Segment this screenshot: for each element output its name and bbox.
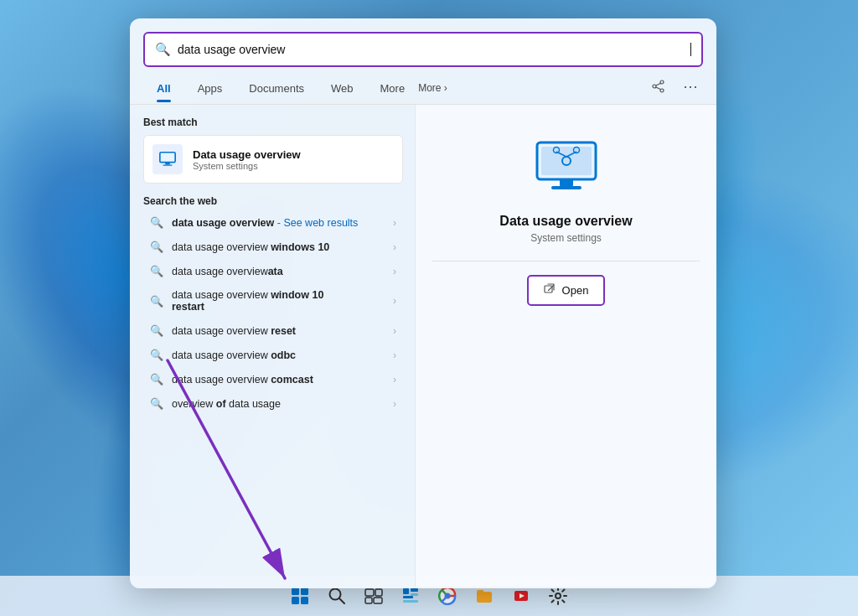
web-search-icon-7: 🔍 — [150, 373, 163, 386]
svg-rect-6 — [165, 163, 170, 165]
chevron-icon-7: › — [393, 374, 396, 386]
svg-rect-11 — [551, 186, 581, 189]
svg-rect-33 — [403, 596, 413, 598]
tab-all[interactable]: All — [143, 77, 184, 101]
svg-rect-21 — [301, 588, 308, 595]
web-item-3[interactable]: 🔍 data usage overviewata › — [143, 259, 403, 283]
svg-rect-9 — [541, 147, 592, 175]
web-text-6: data usage overview odbc — [172, 349, 385, 361]
search-box[interactable]: 🔍 data usage overview — [143, 32, 703, 67]
web-search-icon-4: 🔍 — [150, 295, 163, 308]
tab-web[interactable]: Web — [318, 77, 367, 101]
text-cursor — [690, 43, 691, 56]
left-panel: Best match Data usage overview System se… — [130, 105, 415, 587]
web-text-8: overview of data usage — [172, 398, 385, 410]
web-text-2: data usage overview windows 10 — [172, 241, 385, 253]
svg-point-0 — [660, 80, 664, 84]
svg-rect-31 — [411, 588, 418, 592]
web-section-label: Search the web — [143, 195, 403, 207]
search-panel: 🔍 data usage overview All Apps Documents… — [130, 18, 716, 588]
chevron-icon-8: › — [393, 398, 396, 410]
web-search-icon-3: 🔍 — [150, 265, 163, 277]
web-search-icon-1: 🔍 — [150, 216, 163, 229]
right-panel-title: Data usage overview — [499, 214, 632, 229]
svg-point-2 — [653, 85, 656, 88]
tab-more[interactable]: More — [367, 77, 419, 101]
web-search-icon-2: 🔍 — [150, 241, 163, 253]
best-match-subtitle: System settings — [193, 161, 301, 171]
chevron-icon-2: › — [393, 241, 396, 253]
tab-documents[interactable]: Documents — [235, 77, 318, 101]
web-item-7[interactable]: 🔍 data usage overview comcast › — [143, 367, 403, 391]
best-match-label: Best match — [143, 116, 403, 128]
chevron-icon-4: › — [393, 295, 396, 307]
web-item-6[interactable]: 🔍 data usage overview odbc › — [143, 343, 403, 367]
svg-line-3 — [656, 84, 660, 86]
web-search-icon-8: 🔍 — [150, 397, 163, 410]
more-tab-icon[interactable]: ⋯ — [678, 74, 703, 99]
svg-rect-5 — [160, 153, 175, 163]
svg-rect-34 — [403, 600, 418, 603]
svg-line-25 — [339, 598, 344, 603]
best-match-icon — [152, 144, 183, 174]
svg-rect-27 — [375, 589, 382, 596]
tab-apps[interactable]: Apps — [184, 77, 236, 101]
tab-more-chevron[interactable]: More › — [418, 77, 461, 101]
web-text-3: data usage overviewata — [172, 266, 385, 277]
web-item-4[interactable]: 🔍 data usage overview window 10restart › — [143, 283, 403, 318]
chevron-icon-6: › — [393, 349, 396, 361]
svg-rect-7 — [163, 164, 173, 165]
web-item-1[interactable]: 🔍 data usage overview - See web results … — [143, 210, 403, 235]
web-text-1: data usage overview - See web results — [172, 217, 385, 229]
svg-rect-17 — [545, 286, 552, 292]
search-box-area: 🔍 data usage overview — [130, 18, 716, 67]
web-item-2[interactable]: 🔍 data usage overview windows 10 › — [143, 235, 403, 259]
web-text-5: data usage overview reset — [172, 325, 385, 337]
share-tab-icon[interactable] — [646, 74, 671, 99]
svg-rect-28 — [365, 598, 372, 603]
svg-point-39 — [556, 593, 561, 598]
svg-rect-20 — [292, 588, 299, 595]
svg-rect-29 — [374, 598, 382, 603]
best-match-item[interactable]: Data usage overview System settings — [143, 135, 403, 184]
tab-right-icons: ⋯ — [646, 74, 703, 104]
svg-rect-26 — [365, 589, 374, 596]
web-item-5[interactable]: 🔍 data usage overview reset › — [143, 318, 403, 343]
open-button-label: Open — [562, 284, 589, 297]
right-panel: Data usage overview System settings Open — [415, 105, 716, 587]
svg-rect-10 — [560, 179, 573, 186]
svg-rect-23 — [301, 597, 308, 604]
web-search-icon-6: 🔍 — [150, 349, 163, 361]
result-icon — [533, 138, 600, 200]
svg-rect-30 — [403, 588, 409, 594]
open-icon — [544, 283, 556, 298]
svg-point-1 — [660, 89, 664, 92]
chevron-icon-1: › — [393, 217, 396, 229]
search-icon: 🔍 — [155, 42, 171, 57]
svg-line-4 — [656, 87, 660, 90]
svg-rect-32 — [411, 593, 418, 596]
open-button[interactable]: Open — [527, 275, 606, 306]
search-tabs: All Apps Documents Web More More › ⋯ — [130, 67, 716, 105]
right-panel-subtitle: System settings — [530, 232, 602, 244]
best-match-title: Data usage overview — [193, 148, 301, 161]
best-match-text: Data usage overview System settings — [193, 148, 301, 171]
chevron-icon-5: › — [393, 325, 396, 337]
search-input[interactable]: data usage overview — [178, 43, 683, 56]
web-search-icon-5: 🔍 — [150, 324, 163, 337]
web-item-8[interactable]: 🔍 overview of data usage › — [143, 391, 403, 416]
svg-rect-22 — [292, 597, 299, 604]
content-area: Best match Data usage overview System se… — [130, 105, 716, 587]
divider — [432, 261, 700, 261]
svg-point-36 — [445, 593, 451, 599]
web-text-4: data usage overview window 10restart — [172, 289, 385, 313]
web-text-7: data usage overview comcast — [172, 374, 385, 386]
chevron-icon-3: › — [393, 266, 396, 277]
